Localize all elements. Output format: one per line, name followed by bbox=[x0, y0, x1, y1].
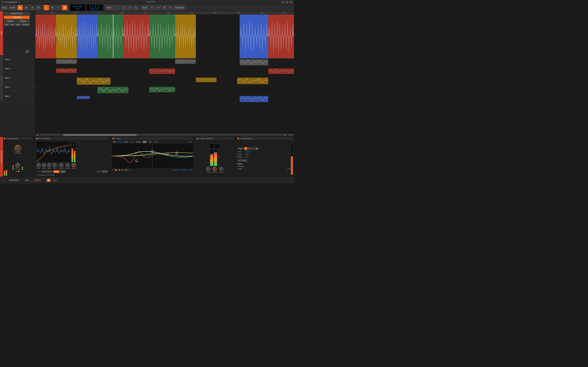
slope-down-icon[interactable]: ▼ bbox=[247, 156, 249, 158]
knee1-knob[interactable] bbox=[42, 163, 46, 167]
take3-seg3[interactable] bbox=[196, 78, 216, 82]
comping-button[interactable]: Comping bbox=[4, 16, 30, 19]
eq-power[interactable] bbox=[112, 138, 114, 139]
panel-add-2[interactable]: + bbox=[109, 137, 112, 177]
tempo-display[interactable]: 110.00 4/4 bbox=[70, 4, 85, 11]
play2-button[interactable]: ▷ bbox=[121, 5, 127, 10]
panel-add-3[interactable]: + bbox=[193, 137, 196, 177]
comp-seg-3[interactable] bbox=[97, 15, 123, 58]
take2-close[interactable]: × bbox=[33, 86, 34, 88]
oscilloscope-power[interactable] bbox=[238, 138, 239, 139]
ratio1-knob[interactable] bbox=[36, 163, 41, 167]
pitch-button[interactable]: Pitch bbox=[15, 23, 21, 26]
waveform-btn[interactable]: ∿ bbox=[251, 147, 255, 150]
edit-button[interactable]: EDIT bbox=[141, 5, 149, 10]
range-btn-30[interactable]: ±30 bbox=[154, 141, 158, 143]
take4-seg2[interactable] bbox=[149, 68, 175, 74]
pl-release-knob[interactable] bbox=[212, 167, 217, 171]
input-knob[interactable] bbox=[206, 167, 210, 171]
mixer-icon-btn[interactable]: ⋮⋮ bbox=[53, 179, 57, 182]
orange-mode-button[interactable]: ▣ bbox=[62, 5, 67, 10]
play-text-button[interactable]: PLAY bbox=[9, 5, 17, 10]
maximize-button[interactable]: □ bbox=[285, 1, 288, 3]
next-icon[interactable]: ▶ bbox=[285, 133, 286, 136]
add-track-button[interactable]: + bbox=[26, 50, 29, 53]
comp-seg-6[interactable] bbox=[175, 15, 196, 58]
return-button[interactable]: ↩ bbox=[127, 5, 133, 10]
eq-graph[interactable]: 4 3 2 5 +10 0 -10 20 100 1k 10k bbox=[112, 143, 193, 168]
eq-down-icon[interactable]: ▼ bbox=[190, 141, 192, 143]
knee2-knob[interactable] bbox=[53, 163, 57, 167]
take5-seg3[interactable] bbox=[240, 59, 268, 65]
play-button[interactable]: ▶ bbox=[17, 5, 23, 10]
take5-close[interactable]: × bbox=[33, 58, 34, 61]
take2-seg1[interactable] bbox=[97, 87, 129, 93]
take3-seg1[interactable] bbox=[77, 78, 111, 85]
undo-button[interactable]: ↩ bbox=[149, 5, 155, 10]
freq-knob[interactable] bbox=[14, 145, 21, 152]
comp-seg-5[interactable] bbox=[149, 15, 175, 58]
freeze-button[interactable]: ❄ Freeze bbox=[238, 159, 248, 162]
comp-seg-7[interactable] bbox=[240, 15, 268, 58]
peak-limiter-power[interactable] bbox=[197, 138, 198, 139]
take4-seg1[interactable] bbox=[56, 68, 77, 73]
ratio2-knob[interactable] bbox=[47, 163, 52, 167]
take1-seg2[interactable] bbox=[240, 96, 268, 102]
comp-seg-0[interactable] bbox=[35, 15, 56, 58]
comp-track[interactable] bbox=[35, 15, 294, 58]
slope-up-icon[interactable]: ▲ bbox=[245, 156, 247, 158]
take5-seg2[interactable] bbox=[175, 59, 196, 64]
arrange-tab[interactable]: ARRANGE bbox=[7, 179, 21, 182]
scrollbar-thumb[interactable] bbox=[63, 134, 137, 136]
range-btn-10[interactable]: ±10 bbox=[143, 141, 147, 143]
take3-seg4[interactable] bbox=[237, 78, 268, 84]
comp-seg-4[interactable] bbox=[123, 15, 149, 58]
dynamics-power[interactable] bbox=[36, 138, 38, 139]
attack-knob[interactable] bbox=[59, 163, 64, 167]
take1-close[interactable]: × bbox=[33, 95, 34, 98]
copy-button[interactable]: ⧉ bbox=[162, 5, 167, 10]
info-icon[interactable]: i bbox=[1, 179, 2, 182]
peak-button[interactable]: Peak bbox=[53, 170, 60, 173]
add-button[interactable]: ADD bbox=[106, 5, 113, 10]
edit-icon-btn[interactable]: ▣ bbox=[47, 179, 51, 182]
comp-seg-8[interactable] bbox=[268, 15, 294, 58]
loop-button[interactable]: ⇄ bbox=[36, 5, 41, 10]
panel-add-1[interactable]: + bbox=[33, 137, 35, 177]
add-icon-button[interactable]: + bbox=[44, 5, 49, 10]
ceiling-knob[interactable] bbox=[219, 167, 223, 171]
band-type-arrow[interactable]: ▾ bbox=[129, 169, 130, 171]
rms-button[interactable]: RMS bbox=[60, 170, 66, 173]
formant-button[interactable]: Formant bbox=[21, 23, 30, 26]
horizontal-scrollbar[interactable] bbox=[38, 134, 284, 136]
dynamics-graph[interactable] bbox=[36, 141, 71, 162]
take1-seg1[interactable] bbox=[77, 96, 90, 99]
range-btn-20[interactable]: ±20 bbox=[148, 141, 152, 143]
file-button[interactable]: FILE bbox=[1, 5, 8, 10]
take5-seg1[interactable] bbox=[56, 59, 77, 64]
title-close-btn[interactable]: × bbox=[19, 1, 20, 3]
panel-add-4[interactable]: + bbox=[234, 137, 237, 177]
take4-seg5[interactable] bbox=[268, 68, 294, 74]
minimize-button[interactable]: — bbox=[281, 1, 284, 3]
stutter-button[interactable]: ⋮⋮ bbox=[113, 5, 121, 10]
page-indicator[interactable]: 1/16 ▼ bbox=[288, 134, 293, 136]
plus-button[interactable]: + bbox=[56, 5, 61, 10]
onsets-button[interactable]: Onsets bbox=[17, 19, 30, 23]
prev-icon[interactable]: ◀ bbox=[36, 133, 38, 136]
close-button[interactable]: × bbox=[290, 1, 293, 3]
take2-seg2[interactable] bbox=[149, 87, 175, 92]
position-display[interactable]: 3.2.3.31 0:05.225 bbox=[86, 5, 103, 10]
edit-tab[interactable]: EDIT bbox=[33, 179, 42, 182]
eq-up-icon[interactable]: ▲ bbox=[188, 141, 190, 143]
audio-events-button[interactable]: Audio Events bbox=[4, 12, 30, 15]
stretch-button[interactable]: Stretch bbox=[4, 19, 17, 23]
take4-close[interactable]: × bbox=[33, 68, 34, 70]
output-knob[interactable] bbox=[72, 163, 76, 167]
pan-button[interactable]: Pan bbox=[10, 23, 15, 26]
release-knob[interactable] bbox=[65, 163, 70, 167]
record-button[interactable]: ● bbox=[30, 5, 35, 10]
mix-tab[interactable]: MIX bbox=[23, 179, 31, 182]
band-b-button[interactable]: B bbox=[248, 147, 251, 150]
grid-button[interactable]: ⊞ bbox=[50, 5, 55, 10]
